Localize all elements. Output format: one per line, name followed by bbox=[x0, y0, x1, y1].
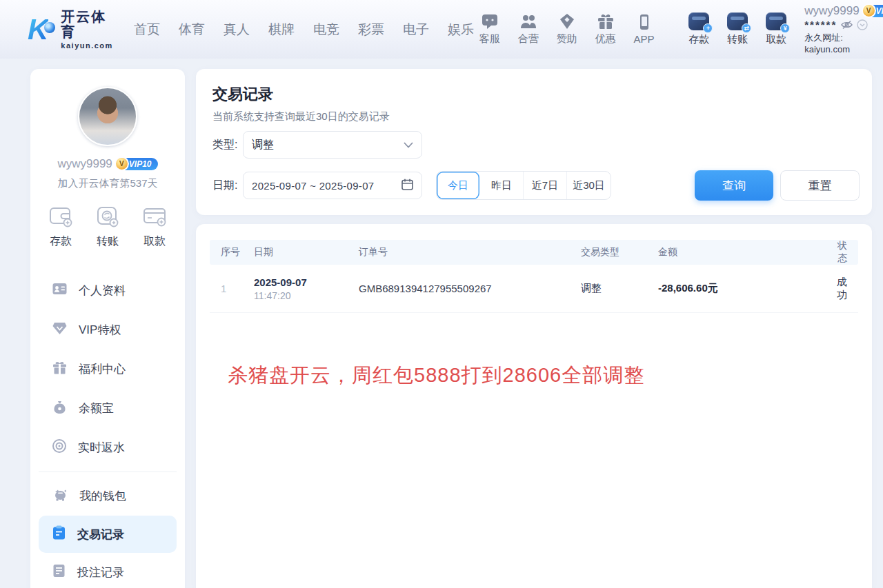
nav-sports[interactable]: 体育 bbox=[179, 21, 205, 39]
transfer-outline-icon bbox=[95, 205, 120, 230]
row-order-number: GMB6891394127955509267 bbox=[359, 283, 581, 294]
col-date: 日期 bbox=[254, 246, 359, 258]
filter-panel: 交易记录 当前系统支持查询最近30日的交易记录 类型: 调整 日期: 2025-… bbox=[196, 69, 872, 215]
type-select[interactable]: 调整 bbox=[243, 131, 422, 159]
sidebar-menu: 个人资料 VIP特权 福利中心 余额宝 bbox=[30, 271, 185, 588]
header-action-promo[interactable]: 优惠 bbox=[590, 13, 622, 45]
logo-k-icon: K bbox=[28, 15, 48, 44]
date-range-input[interactable]: 2025-09-07 ~ 2025-09-07 bbox=[243, 172, 422, 199]
menu-divider bbox=[39, 472, 177, 472]
table-header: 序号 日期 订单号 交易类型 金额 状态 bbox=[210, 240, 858, 265]
sidebar-username: wywy9999 bbox=[57, 157, 112, 171]
header-action-deposit[interactable]: + 存款 bbox=[683, 12, 715, 46]
quick-transfer[interactable]: 转账 bbox=[95, 205, 120, 249]
results-panel: 序号 日期 订单号 交易类型 金额 状态 1 2025-09-07 11:47:… bbox=[196, 224, 872, 588]
nav-home[interactable]: 首页 bbox=[134, 21, 160, 39]
header-action-app[interactable]: APP bbox=[628, 14, 660, 45]
football-icon bbox=[44, 22, 55, 33]
rebate-icon bbox=[52, 439, 66, 456]
nav-lottery[interactable]: 彩票 bbox=[358, 21, 384, 39]
wallet-outline-icon bbox=[48, 205, 73, 230]
transfer-icon: ⇄ bbox=[727, 12, 748, 30]
nav-entertainment[interactable]: 娱乐 bbox=[448, 21, 474, 39]
quick-actions: 存款 转账 取款 bbox=[30, 190, 185, 256]
sidebar-item-yuebao[interactable]: 余额宝 bbox=[30, 389, 185, 428]
gift-icon bbox=[597, 13, 615, 30]
preset-7days[interactable]: 近7日 bbox=[524, 172, 567, 199]
page-title: 交易记录 bbox=[212, 84, 273, 105]
clipboard-icon bbox=[52, 525, 66, 543]
header-action-withdraw[interactable]: ¥ 取款 bbox=[760, 12, 792, 46]
gem-icon bbox=[558, 13, 576, 30]
table-row: 1 2025-09-07 11:47:20 GMB689139412795550… bbox=[210, 265, 858, 313]
permanent-url: 永久网址: kaiyun.com bbox=[804, 32, 883, 54]
page-subtitle: 当前系统支持查询最近30日的交易记录 bbox=[212, 110, 390, 123]
sidebar-item-wallet[interactable]: 我的钱包 bbox=[30, 476, 185, 516]
vip-shield-icon: V bbox=[862, 3, 876, 18]
bet-record-icon bbox=[52, 564, 66, 581]
piggy-bank-icon bbox=[52, 488, 68, 505]
col-amount: 金额 bbox=[658, 246, 829, 258]
vip-badge: VVIP10 bbox=[864, 5, 883, 17]
row-amount: -28,606.60元 bbox=[658, 282, 829, 295]
chevron-down-icon bbox=[404, 139, 413, 151]
join-days-text: 加入开云体育第537天 bbox=[57, 177, 157, 190]
username: wywy9999 bbox=[804, 4, 859, 18]
header-action-transfer[interactable]: ⇄ 转账 bbox=[722, 12, 753, 46]
preset-today[interactable]: 今日 bbox=[437, 172, 480, 199]
sidebar-item-profile[interactable]: 个人资料 bbox=[30, 271, 185, 310]
row-datetime: 2025-09-07 11:47:20 bbox=[254, 276, 359, 301]
sidebar-item-vip[interactable]: VIP特权 bbox=[30, 310, 185, 349]
sidebar-item-rebate[interactable]: 实时返水 bbox=[30, 428, 185, 467]
nav-chess[interactable]: 棋牌 bbox=[268, 21, 295, 39]
row-status: 成功 bbox=[829, 276, 858, 302]
preset-30days[interactable]: 近30日 bbox=[567, 172, 611, 199]
profile-avatar bbox=[78, 87, 137, 146]
date-range-presets: 今日 昨日 近7日 近30日 bbox=[436, 171, 611, 200]
chat-icon bbox=[481, 13, 499, 30]
balance-masked: ****** bbox=[804, 21, 837, 28]
col-type: 交易类型 bbox=[581, 246, 658, 258]
vip-shield-icon: V bbox=[115, 156, 129, 171]
chevron-down-circle-icon[interactable] bbox=[857, 19, 868, 30]
overlay-annotation-text: 杀猪盘开云，周红包5888打到28606全部调整 bbox=[228, 362, 644, 389]
phone-icon bbox=[635, 14, 653, 30]
header-action-service[interactable]: 客服 bbox=[474, 13, 506, 45]
nav-live[interactable]: 真人 bbox=[224, 21, 250, 39]
vip-badge-icon bbox=[52, 322, 67, 338]
sidebar-item-welfare[interactable]: 福利中心 bbox=[30, 349, 185, 389]
reset-button[interactable]: 重置 bbox=[780, 170, 860, 201]
brand-domain: kaiyun.com bbox=[61, 41, 113, 50]
preset-yesterday[interactable]: 昨日 bbox=[480, 172, 524, 199]
header-action-partners[interactable]: 合营 bbox=[513, 13, 544, 45]
wallet-icon: + bbox=[688, 12, 709, 30]
quick-deposit[interactable]: 存款 bbox=[48, 205, 73, 249]
card-icon: ¥ bbox=[766, 12, 786, 30]
main-nav: 首页 体育 真人 棋牌 电竞 彩票 电子 娱乐 bbox=[134, 21, 474, 39]
date-label: 日期: bbox=[212, 172, 237, 199]
quick-withdraw[interactable]: 取款 bbox=[142, 205, 167, 249]
row-no: 1 bbox=[210, 283, 254, 294]
sidebar: wywy9999 VVIP10 加入开云体育第537天 存款 转账 bbox=[30, 69, 185, 588]
brand-name: 开云体育 bbox=[61, 9, 113, 39]
nav-esports[interactable]: 电竞 bbox=[313, 21, 339, 39]
welfare-gift-icon bbox=[52, 361, 67, 378]
col-order: 订单号 bbox=[359, 246, 581, 258]
card-outline-icon bbox=[142, 205, 167, 230]
id-card-icon bbox=[52, 283, 67, 298]
money-bag-icon bbox=[52, 401, 67, 417]
sidebar-item-transactions[interactable]: 交易记录 bbox=[39, 516, 177, 553]
type-label: 类型: bbox=[212, 131, 237, 159]
partners-icon bbox=[519, 13, 537, 30]
eye-off-icon[interactable] bbox=[841, 20, 853, 30]
col-status: 状态 bbox=[829, 240, 858, 265]
query-button[interactable]: 查询 bbox=[695, 170, 773, 201]
sidebar-item-bets[interactable]: 投注记录 bbox=[30, 553, 185, 588]
sidebar-vip-badge: VVIP10 bbox=[117, 158, 158, 170]
brand-logo[interactable]: K 开云体育 kaiyun.com bbox=[28, 9, 113, 50]
calendar-icon bbox=[401, 179, 413, 193]
nav-slots[interactable]: 电子 bbox=[403, 21, 429, 39]
top-bar: K 开云体育 kaiyun.com 首页 体育 真人 棋牌 电竞 彩票 电子 娱… bbox=[0, 0, 883, 59]
header-action-sponsor[interactable]: 赞助 bbox=[551, 13, 583, 45]
user-info: wywy9999 VVIP10 ****** 永久网址: kaiyun.com bbox=[804, 4, 883, 54]
